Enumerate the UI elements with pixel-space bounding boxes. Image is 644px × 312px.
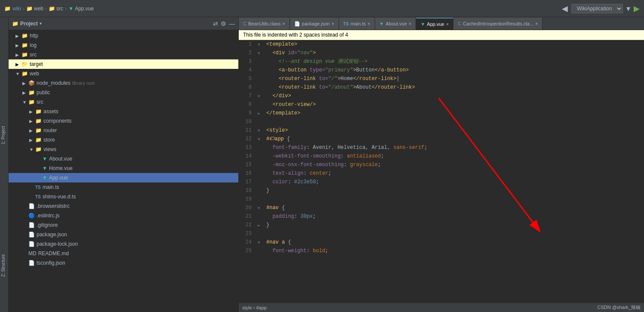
tree-label-app-vue: App.vue [49, 175, 68, 181]
tree-item-target[interactable]: ▶ 📁 target [9, 59, 238, 69]
vue-icon-about: ▼ [42, 156, 47, 162]
breadcrumb-sep1: › [23, 6, 25, 12]
collapse-all-button[interactable]: ⇄ [213, 20, 218, 27]
tree-item-router[interactable]: ▶ 📁 router [9, 126, 238, 135]
bottom-bar: style › #app CSDN @shark_辣椒 [239, 303, 644, 312]
project-side-tab[interactable]: 1: Project [0, 125, 6, 145]
tree-label-public: public [37, 90, 50, 96]
appvue-icon: ▼ [68, 6, 74, 12]
tree-item-tsconfig[interactable]: 📄 tsconfig.json [9, 258, 238, 268]
code-line-17: 17 color: #2c3e50; [239, 178, 644, 186]
run-button[interactable]: ▶ [634, 4, 640, 13]
tab-close-beanutils[interactable]: × [282, 21, 285, 26]
folder-icon-web-src: 📁 [28, 99, 35, 105]
folder-icon-src-root: 📁 [22, 52, 28, 58]
code-editor[interactable]: 1 ▾ <template> 2 ▾ <div id="nav"> [239, 40, 644, 255]
code-line-23: 23 [239, 229, 644, 238]
main-layout: 1: Project Z: Structure 📁 Project ▾ ⇄ ⚙ … [0, 17, 644, 312]
library-root-label: library root [72, 80, 95, 86]
tree-arrow-router: ▶ [29, 128, 35, 133]
tree-item-shims[interactable]: TS shims-vue.d.ts [9, 192, 238, 201]
tree-item-about-vue[interactable]: ▼ About.vue [9, 154, 238, 164]
minimize-button[interactable]: — [229, 20, 235, 27]
vue-icon-app: ▼ [42, 175, 47, 181]
side-tabs: 1: Project Z: Structure [0, 17, 9, 312]
tree-label-node-modules: node_modules [37, 80, 71, 86]
appvue-tab-icon: ▼ [420, 22, 425, 27]
code-line-19: 19 [239, 195, 644, 204]
web-folder-icon: 📁 [26, 6, 33, 12]
code-line-22: 22 ▸ } [239, 221, 644, 229]
tree-label-assets: assets [43, 108, 59, 114]
tree-label-src-root: src [30, 52, 37, 58]
tree-item-package-json[interactable]: 📄 package.json [9, 230, 238, 239]
panel-actions: ⇄ ⚙ — [213, 20, 235, 27]
tree-item-src-root[interactable]: ▶ 📁 src [9, 50, 238, 59]
folder-icon-web: 📁 [22, 71, 28, 77]
tab-close-appvue[interactable]: × [446, 22, 449, 27]
settings-button[interactable]: ⚙ [221, 20, 226, 27]
tree-item-views[interactable]: ▼ 📁 views [9, 145, 238, 154]
json-icon-package: 📄 [28, 232, 35, 238]
tab-close-aboutvue[interactable]: × [409, 21, 411, 26]
code-line-15: 15 -moz-osx-font-smoothing: grayscale; [239, 161, 644, 169]
tree-item-assets[interactable]: ▶ 📁 assets [9, 107, 238, 116]
tree-label-eslintrc: .eslintrc.js [37, 213, 59, 219]
tree-item-node-modules[interactable]: ▶ 📦 node_modules library root [9, 78, 238, 88]
tree-label-http: http [30, 33, 38, 39]
tree-item-public[interactable]: ▶ 📁 public [9, 88, 238, 97]
breadcrumb-sep3: › [65, 6, 67, 12]
tree-item-components[interactable]: ▶ 📁 components [9, 116, 238, 126]
tab-maints[interactable]: TS main.ts × [339, 18, 375, 30]
tree-item-log[interactable]: ▶ 📁 log [9, 40, 238, 50]
file-icon-gitignore: 📄 [28, 222, 35, 228]
watermark-text: CSDN @shark_辣椒 [598, 304, 641, 311]
notification-text: This file is indented with 2 spaces inst… [243, 32, 348, 38]
tree-label-readme: README.md [38, 250, 69, 256]
tab-beanutils[interactable]: C BeanUtils.class × [239, 18, 290, 30]
tree-item-store[interactable]: ▶ 📁 store [9, 135, 238, 145]
code-line-5: 5 <router-link to="/">Home</router-link>… [239, 74, 644, 83]
tree-item-package-lock[interactable]: 📄 package-lock.json [9, 239, 238, 249]
tree-arrow-src-root: ▶ [15, 53, 22, 57]
tab-aboutvue[interactable]: ▼ About.vue × [375, 18, 416, 30]
navigate-back-button[interactable]: ◀ [562, 4, 568, 13]
tree-label-home-vue: Home.vue [49, 165, 73, 171]
wiki-label: wiki [12, 6, 21, 12]
notification-bar: This file is indented with 2 spaces inst… [239, 30, 644, 40]
folder-icon: 📁 [12, 21, 18, 27]
tree-item-web-src[interactable]: ▼ 📁 src [9, 97, 238, 107]
tab-label-cachedintrospection: CachedIntrospectionResults.cla... [463, 21, 533, 26]
structure-side-tab[interactable]: Z: Structure [0, 253, 6, 278]
tab-close-maints[interactable]: × [367, 21, 370, 26]
code-line-14: 14 -webkit-font-smoothing: antialiased; [239, 152, 644, 161]
tabs-bar: C BeanUtils.class × 📄 package.json × TS … [239, 17, 644, 30]
tree-item-home-vue[interactable]: ▼ Home.vue [9, 164, 238, 173]
tab-close-packagejson[interactable]: × [331, 21, 334, 26]
tree-item-web[interactable]: ▼ 📁 web [9, 69, 238, 78]
aboutvue-icon: ▼ [379, 21, 384, 26]
eslint-icon: 🔵 [28, 213, 35, 219]
tree-item-browserslistrc[interactable]: 📄 .browserslistrc [9, 201, 238, 211]
tree-item-main-ts[interactable]: TS main.ts [9, 182, 238, 192]
code-line-7: 7 ▾ </div> [239, 92, 644, 100]
tab-label-beanutils: BeanUtils.class [248, 21, 280, 26]
tab-packagejson[interactable]: 📄 package.json × [290, 18, 339, 30]
tree-item-eslintrc[interactable]: 🔵 .eslintrc.js [9, 211, 238, 220]
tree-label-gitignore: .gitignore [37, 222, 58, 228]
tab-label-packagejson: package.json [302, 21, 330, 26]
code-line-12: 12 ▾ #🏷app { [239, 135, 644, 143]
tree-item-readme[interactable]: MD README.md [9, 249, 238, 258]
tree-label-target: target [30, 61, 43, 67]
tree-item-app-vue[interactable]: ▼ App.vue [9, 173, 238, 182]
app-selector[interactable]: WikiApplication [571, 4, 623, 13]
tab-cachedintrospection[interactable]: C CachedIntrospectionResults.cla... × [453, 18, 542, 30]
tree-arrow-http: ▶ [15, 34, 22, 38]
tab-close-cachedintrospection[interactable]: × [535, 21, 538, 26]
tree-item-http[interactable]: ▶ 📁 http [9, 31, 238, 40]
dropdown-arrow-button[interactable]: ▾ [626, 4, 630, 13]
code-line-4: 4 <a-button type="primary">Button</a-but… [239, 66, 644, 74]
tree-label-tsconfig: tsconfig.json [37, 260, 65, 266]
tree-item-gitignore[interactable]: 📄 .gitignore [9, 220, 238, 230]
tab-appvue[interactable]: ▼ App.vue × [416, 18, 453, 30]
